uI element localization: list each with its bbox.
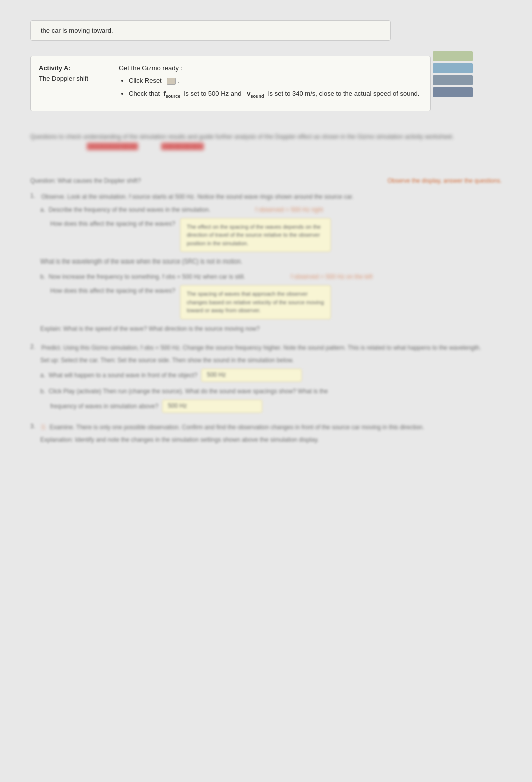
q2-setup-text: Set up: Select the car. Then: Set the so…	[40, 356, 502, 365]
q1-sub-b-right: f observed = 500 Hz on the left	[291, 273, 373, 280]
side-panel	[433, 51, 475, 97]
side-bar-4	[433, 87, 473, 97]
blurred-intro: Questions to check understanding of the …	[30, 132, 502, 171]
q1-sub-a: a. Describe the frequency of the sound w…	[40, 205, 502, 252]
q1-sub-b: b. Now increase the frequency to somethi…	[40, 272, 502, 319]
question-1: 1. Observe. Look at the simulation. f so…	[30, 192, 502, 333]
side-bar-2	[433, 63, 473, 73]
instruction-item-1: Click Reset .	[129, 76, 422, 86]
instruction-item-2: Check that fsource is set to 500 Hz and …	[129, 89, 422, 100]
get-ready-title: Get the Gizmo ready :	[119, 64, 422, 72]
q2-sub-a-text: a. What will happen to a sound wave in f…	[40, 372, 197, 379]
q1-sub-a-right: f observed = 500 Hz right	[255, 206, 323, 213]
q1-sub-b-text: b. Now increase the frequency to somethi…	[40, 272, 502, 281]
q2-main: 2. Predict. Using this Gizmo simulation,…	[30, 343, 502, 353]
q1-sub-a-text: a. Describe the frequency of the sound w…	[40, 205, 502, 214]
activity-left: Activity A: The Doppler shift	[39, 64, 119, 103]
q1-sub-b-note: The spacing of waves that approach the o…	[180, 285, 331, 319]
q3-bottom: Explanation: Identify and note the chang…	[40, 435, 502, 444]
activity-subtitle: The Doppler shift	[39, 75, 109, 82]
q3-text: 3. Examine. There is only one possible o…	[41, 423, 502, 432]
question-3: 3. 3. Examine. There is only one possibl…	[30, 423, 502, 444]
q1-sub-b-label: How does this affect the spacing of the …	[50, 285, 175, 294]
q2-sub-b-text: b. Click Play (activate) Then run (chang…	[40, 387, 502, 396]
reset-icon	[167, 78, 176, 85]
q1-wavelength: What is the wavelength of the wave when …	[40, 257, 502, 266]
page: the car is moving toward. Activity A: Th…	[0, 0, 532, 782]
instruction-list: Click Reset . Check that fsource is set …	[119, 76, 422, 100]
side-bar-3	[433, 75, 473, 85]
q2-sub-a-answer: 500 Hz	[201, 369, 302, 382]
q2-sub-b-answer: 500 Hz	[162, 400, 262, 413]
q1-sub-b-answer-row: How does this affect the spacing of the …	[50, 285, 502, 319]
bottom-blurred-1	[30, 454, 502, 464]
q2-sub-b: b. Click Play (activate) Then run (chang…	[40, 387, 502, 413]
question-2: 2. Predict. Using this Gizmo simulation,…	[30, 343, 502, 413]
q1-direction-label: How does this affect the spacing of the …	[50, 218, 175, 227]
q1-answer-note: The effect on the spacing of the waves d…	[180, 218, 331, 252]
side-bar-1	[433, 51, 473, 61]
section-headers-row: Question: What causes the Doppler shift?…	[30, 177, 502, 184]
activity-box: Activity A: The Doppler shift Get the Gi…	[30, 56, 431, 111]
top-info-box: the car is moving toward.	[30, 20, 391, 41]
q1-bottom-text: Explain: What is the speed of the wave? …	[40, 324, 502, 333]
activity-label: Activity A:	[39, 64, 109, 72]
q2-sub-b-answer-row: frequency of waves in simulation above? …	[50, 400, 502, 413]
section-header-left: Question: What causes the Doppler shift?	[30, 177, 141, 184]
q1-main: 1. Observe. Look at the simulation. f so…	[30, 192, 502, 202]
q3-main: 3. 3. Examine. There is only one possibl…	[30, 423, 502, 432]
q2-sub-b-label: frequency of waves in simulation above?	[50, 403, 158, 410]
top-info-text: the car is moving toward.	[41, 27, 113, 34]
q2-sub-a: a. What will happen to a sound wave in f…	[40, 369, 502, 382]
q1-answer-row: How does this affect the spacing of the …	[50, 218, 502, 252]
activity-right: Get the Gizmo ready : Click Reset . Chec…	[119, 64, 422, 103]
section-header-right: Observe the display, answer the question…	[387, 177, 502, 184]
